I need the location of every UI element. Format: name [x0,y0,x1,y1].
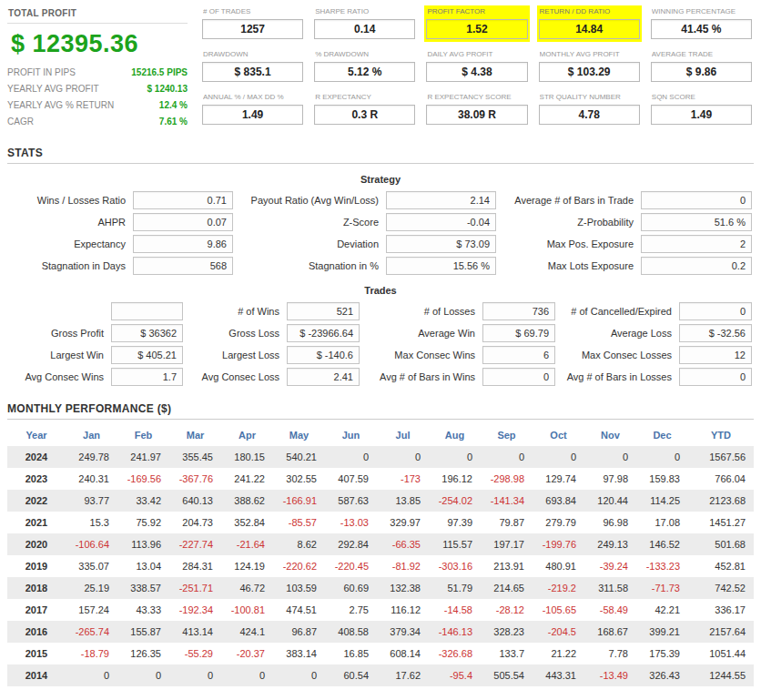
metric-value-box: $ 4.38 [426,62,527,82]
summary-row-label: YEARLY AVG % RETURN [7,100,114,110]
monthly-value-cell: 241.22 [221,468,273,490]
stat-value-box: 2 [641,235,752,253]
monthly-value-cell: -28.12 [481,599,533,621]
monthly-col-header: Mar [169,423,221,446]
summary-row-value: 12.4 % [159,100,188,110]
monthly-value-cell: 302.55 [273,468,325,490]
monthly-value-cell: 175.39 [636,643,688,664]
monthly-row: 201825.19338.57-251.7146.72103.5960.6913… [7,577,754,599]
monthly-value-cell: 204.73 [169,512,221,533]
monthly-value-cell: 587.63 [325,490,377,512]
monthly-value-cell: 43.33 [117,599,169,621]
metric-value-box: 0.14 [314,19,415,39]
monthly-value-cell: 326.43 [636,664,688,686]
stat-value-box [111,302,183,320]
monthly-row: 2015-18.79126.35-55.29-20.37383.1416.856… [7,643,754,664]
stat-label: Gross Profit [7,328,111,339]
stat-value-box: 1.7 [111,368,183,386]
monthly-value-cell: 379.34 [377,621,429,643]
monthly-value-cell: -14.58 [429,599,481,621]
monthly-value-cell: 42.21 [636,599,688,621]
monthly-value-cell: 0 [533,446,584,468]
monthly-table-body: 2024249.78241.97355.45180.15540.21000000… [7,446,754,686]
stat-label: # of Losses [360,306,482,317]
monthly-year-cell: 2022 [7,490,66,512]
monthly-value-cell: 329.97 [377,512,429,533]
monthly-value-cell: -18.79 [66,643,117,664]
metric-label: R EXPECTANCY SCORE [427,93,527,101]
monthly-value-cell: -39.24 [584,555,636,577]
monthly-value-cell: 1244.55 [688,664,754,686]
monthly-value-cell: 0 [66,664,117,686]
summary-row-label: CAGR [7,117,34,127]
monthly-value-cell: 2.75 [325,599,377,621]
monthly-value-cell: -254.02 [429,490,481,512]
monthly-value-cell: -192.34 [169,599,221,621]
monthly-col-header: Aug [429,423,481,446]
monthly-value-cell: 60.54 [325,664,377,686]
monthly-value-cell: 168.67 [584,621,636,643]
monthly-section-title: MONTHLY PERFORMANCE ($) [7,402,754,420]
metric-label: # OF TRADES [203,7,303,15]
monthly-value-cell: 0 [429,446,481,468]
monthly-col-header: Jan [66,423,117,446]
stat-label: Average Loss [555,328,679,339]
monthly-value-cell: 2123.68 [688,490,754,512]
monthly-value-cell: 21.22 [533,643,584,664]
stat-label: # of Cancelled/Expired [555,306,679,317]
stat-label: Max Lots Exposure [496,260,641,271]
metric-value-box: 5.12 % [314,62,415,82]
monthly-value-cell: 0 [117,664,169,686]
monthly-row: 2024249.78241.97355.45180.15540.21000000… [7,446,754,468]
metric-value-box: $ 9.86 [651,62,752,82]
summary-row-value: 15216.5 PIPS [131,67,188,77]
monthly-value-cell: 292.84 [325,533,377,555]
monthly-value-cell: 1451.27 [688,512,754,533]
stat-value-box: -0.04 [386,213,496,231]
monthly-value-cell: -81.92 [377,555,429,577]
monthly-value-cell: 7.78 [584,643,636,664]
monthly-row: 202115.375.92204.73352.84-85.57-13.03329… [7,512,754,533]
summary-row-label: YEARLY AVG PROFIT [7,84,99,94]
stat-value-box: 2.41 [287,368,360,386]
monthly-value-cell: 408.58 [325,621,377,643]
monthly-value-cell: -199.76 [533,533,584,555]
metric-label: DAILY AVG PROFIT [427,50,527,58]
monthly-value-cell: 214.65 [481,577,533,599]
stat-value-box: 12 [679,346,752,364]
monthly-table-head: YearJanFebMarAprMayJunJulAugSepOctNovDec… [7,423,754,446]
monthly-value-cell: 213.91 [481,555,533,577]
monthly-value-cell: -166.91 [273,490,325,512]
monthly-value-cell: 1051.44 [688,643,754,664]
metric-value-box: $ 835.1 [202,62,303,82]
monthly-value-cell: 335.07 [66,555,117,577]
monthly-value-cell: -13.03 [325,512,377,533]
monthly-value-cell: 159.83 [636,468,688,490]
stat-value-box: 568 [133,257,233,275]
stat-label: Stagnation in Days [7,260,133,271]
monthly-value-cell: 0 [273,664,325,686]
monthly-value-cell: 157.24 [66,599,117,621]
monthly-value-cell: -71.73 [636,577,688,599]
monthly-col-header: May [273,423,325,446]
stat-label: Max Pos. Exposure [496,238,641,249]
stat-label: Max Consec Wins [360,350,482,360]
monthly-value-cell: -251.71 [169,577,221,599]
summary-row: CAGR7.61 % [7,117,188,127]
metric-value-box: 0.3 R [314,105,415,125]
monthly-col-header: Sep [481,423,533,446]
metric-cell: WINNING PERCENTAGE41.45 % [649,5,754,42]
monthly-value-cell: 355.45 [169,446,221,468]
stat-label: Z-Probability [496,217,641,228]
monthly-value-cell: -326.68 [429,643,481,664]
monthly-row: 20140000060.5417.62-95.4505.54443.31-13.… [7,664,754,686]
monthly-value-cell: 540.21 [273,446,325,468]
stat-value-box: 9.86 [133,235,233,253]
monthly-value-cell: 0 [325,446,377,468]
monthly-year-cell: 2024 [7,446,66,468]
monthly-value-cell: -133.23 [636,555,688,577]
stat-label: # of Wins [183,306,287,317]
monthly-value-cell: 2157.64 [688,621,754,643]
stat-label: Z-Score [233,217,386,228]
monthly-value-cell: 249.78 [66,446,117,468]
